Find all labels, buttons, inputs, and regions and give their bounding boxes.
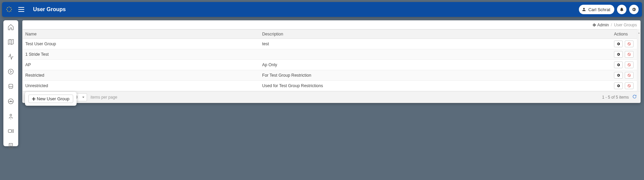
- cell-name: Test User Group: [23, 39, 259, 49]
- video-camera-icon: [7, 128, 14, 134]
- row-settings-button[interactable]: [614, 82, 623, 89]
- new-user-group-card: New User Group: [25, 92, 77, 106]
- app-logo-icon: [5, 6, 13, 13]
- breadcrumb-separator: /: [611, 23, 612, 27]
- row-delete-button[interactable]: [625, 41, 634, 47]
- cell-description: Ap Only: [259, 60, 611, 70]
- breadcrumb-admin-label: Admin: [597, 23, 609, 27]
- sidebar-item-map[interactable]: [7, 38, 15, 45]
- user-menu-button[interactable]: Carl Schrat: [579, 5, 614, 14]
- ban-icon: [627, 73, 631, 77]
- breadcrumb: Admin / User Groups: [23, 21, 640, 29]
- ban-icon: [627, 42, 631, 46]
- svg-rect-9: [9, 84, 13, 88]
- table-row[interactable]: UnrestrictedUsed for Test Group Restrict…: [23, 81, 640, 91]
- cell-name: 1 Stride Test: [23, 49, 259, 60]
- svg-point-5: [7, 10, 8, 11]
- refresh-icon: [632, 94, 637, 99]
- breadcrumb-admin-link[interactable]: Admin: [592, 23, 609, 27]
- ban-icon: [627, 84, 631, 88]
- bell-icon: [619, 7, 624, 12]
- svg-point-3: [10, 10, 11, 11]
- table-row[interactable]: 1 Stride Test: [23, 49, 640, 60]
- sidebar-item-driver[interactable]: [7, 98, 15, 105]
- sidebar-item-activity[interactable]: [7, 53, 15, 60]
- sidebar-item-person[interactable]: [7, 113, 15, 120]
- col-header-actions: Actions: [611, 30, 637, 39]
- plus-icon: [32, 97, 35, 101]
- table-row[interactable]: APAp Only: [23, 60, 640, 70]
- sidebar-item-home[interactable]: [7, 24, 15, 30]
- col-header-description[interactable]: Description: [259, 30, 611, 39]
- sidebar-item-camera[interactable]: [7, 128, 15, 134]
- settings-button[interactable]: [629, 5, 639, 14]
- gear-icon: [616, 73, 620, 77]
- new-user-group-label: New User Group: [37, 96, 69, 101]
- table-row[interactable]: RestrictedFor Test Group Restriction: [23, 70, 640, 81]
- cell-actions: [611, 60, 637, 70]
- svg-point-8: [8, 69, 13, 74]
- row-settings-button[interactable]: [614, 72, 623, 79]
- home-icon: [7, 24, 14, 30]
- refresh-button[interactable]: [632, 94, 637, 100]
- document-icon: [7, 143, 14, 149]
- svg-point-12: [10, 114, 12, 116]
- table-row[interactable]: Test User Grouptest: [23, 39, 640, 49]
- vertical-scrollbar[interactable]: [637, 29, 640, 91]
- cell-name: Restricted: [23, 70, 259, 81]
- user-name-label: Carl Schrat: [588, 7, 610, 12]
- cell-actions: [611, 49, 637, 60]
- sidebar-item-reports[interactable]: [7, 143, 15, 149]
- cell-name: Unrestricted: [23, 81, 259, 91]
- bus-icon: [7, 83, 14, 90]
- sidebar-item-vehicle[interactable]: [7, 83, 15, 90]
- scroll-up-icon[interactable]: [638, 30, 640, 32]
- cell-description: Used for Test Group Restrictions: [259, 81, 611, 91]
- row-delete-button[interactable]: [625, 61, 634, 68]
- gear-icon: [616, 52, 620, 56]
- chevron-down-icon: [82, 96, 85, 99]
- map-icon: [7, 38, 14, 45]
- user-icon: [582, 7, 586, 12]
- ban-icon: [627, 52, 631, 56]
- play-circle-icon: [7, 68, 14, 75]
- items-per-page-label: items per page: [90, 95, 117, 100]
- svg-point-1: [10, 7, 11, 8]
- top-bar: User Groups Carl Schrat: [2, 2, 642, 17]
- new-user-group-button[interactable]: New User Group: [28, 95, 73, 103]
- svg-point-7: [7, 7, 8, 8]
- cell-description: [259, 49, 611, 60]
- cell-description: test: [259, 39, 611, 49]
- ban-icon: [627, 63, 631, 67]
- gear-icon: [616, 63, 620, 67]
- user-groups-table: Name Description Actions Test User Group…: [23, 29, 640, 91]
- col-header-name[interactable]: Name: [23, 30, 259, 39]
- sidebar-item-play[interactable]: [7, 68, 15, 75]
- hamburger-menu-icon[interactable]: [18, 6, 26, 13]
- cell-name: AP: [23, 60, 259, 70]
- row-settings-button[interactable]: [614, 41, 623, 47]
- svg-rect-13: [8, 130, 12, 132]
- activity-icon: [7, 53, 14, 60]
- pager-status: 1 - 5 of 5 items: [602, 95, 629, 100]
- sidebar: [3, 20, 18, 146]
- cell-actions: [611, 70, 637, 81]
- row-delete-button[interactable]: [625, 51, 634, 58]
- gears-icon: [592, 23, 596, 27]
- person-pin-icon: [7, 113, 14, 120]
- cell-actions: [611, 39, 637, 49]
- breadcrumb-current: User Groups: [614, 23, 637, 27]
- gear-icon: [616, 84, 620, 88]
- steering-wheel-icon: [7, 98, 14, 105]
- row-delete-button[interactable]: [625, 82, 634, 89]
- svg-point-2: [11, 9, 12, 10]
- svg-point-6: [6, 9, 7, 10]
- row-delete-button[interactable]: [625, 72, 634, 79]
- main-panel: Admin / User Groups Name Description Act…: [22, 20, 641, 103]
- row-settings-button[interactable]: [614, 61, 623, 68]
- svg-point-4: [9, 11, 10, 12]
- pager: 1 20 items per page 1 - 5 of 5 items: [23, 91, 640, 103]
- svg-point-10: [8, 99, 13, 104]
- notifications-button[interactable]: [617, 5, 626, 14]
- row-settings-button[interactable]: [614, 51, 623, 58]
